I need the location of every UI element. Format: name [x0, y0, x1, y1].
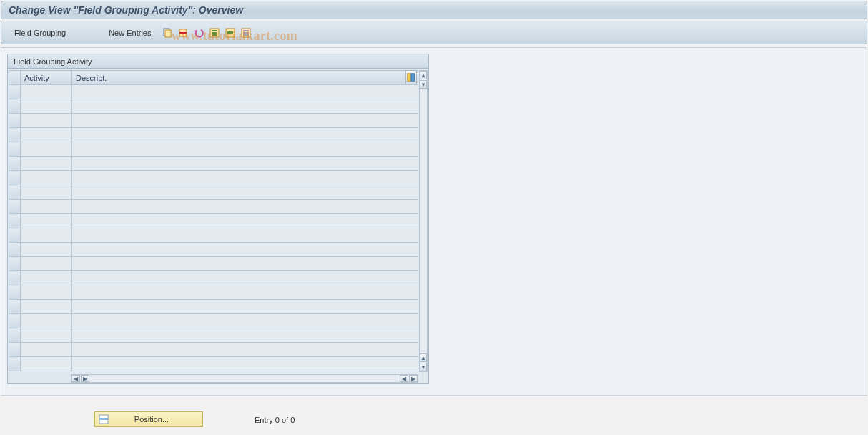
cell-activity[interactable]	[21, 200, 72, 214]
cell-description[interactable]	[72, 300, 418, 314]
row-selector[interactable]	[9, 271, 21, 285]
vertical-scrollbar[interactable]: ▲ ▼ ▲ ▼	[419, 70, 428, 372]
row-selector[interactable]	[9, 200, 21, 214]
cell-activity[interactable]	[21, 300, 72, 314]
row-selector[interactable]	[9, 142, 21, 157]
table-row[interactable]	[9, 328, 418, 343]
cell-description[interactable]	[72, 171, 418, 185]
scroll-down-icon[interactable]: ▼	[420, 363, 427, 371]
row-selector[interactable]	[9, 257, 21, 271]
table-row[interactable]	[9, 185, 418, 200]
row-selector[interactable]	[9, 214, 21, 228]
column-header-description[interactable]: Descript.	[72, 71, 418, 85]
cell-description[interactable]	[72, 285, 418, 300]
cell-description[interactable]	[72, 357, 418, 371]
cell-activity[interactable]	[21, 85, 72, 99]
cell-description[interactable]	[72, 271, 418, 285]
cell-description[interactable]	[72, 257, 418, 271]
row-selector[interactable]	[9, 128, 21, 142]
scroll-down-icon[interactable]: ▼	[420, 80, 427, 89]
select-all-button[interactable]	[207, 26, 222, 40]
cell-description[interactable]	[72, 243, 418, 257]
table-row[interactable]	[9, 128, 418, 142]
cell-activity[interactable]	[21, 271, 72, 285]
scroll-left-icon[interactable]: ◀	[71, 375, 80, 382]
cell-activity[interactable]	[21, 328, 72, 343]
cell-activity[interactable]	[21, 243, 72, 257]
cell-activity[interactable]	[21, 228, 72, 243]
table-row[interactable]	[9, 114, 418, 128]
row-selector[interactable]	[9, 243, 21, 257]
table-row[interactable]	[9, 257, 418, 271]
scroll-up-icon[interactable]: ▲	[420, 71, 427, 79]
menu-field-grouping[interactable]: Field Grouping	[10, 26, 70, 39]
row-selector[interactable]	[9, 228, 21, 243]
row-selector[interactable]	[9, 185, 21, 200]
scroll-right-icon[interactable]: ▶	[409, 375, 418, 382]
row-selector[interactable]	[9, 328, 21, 343]
data-grid[interactable]: Activity Descript.	[9, 70, 418, 371]
row-selector[interactable]	[9, 300, 21, 314]
cell-description[interactable]	[72, 343, 418, 357]
deselect-all-button[interactable]	[239, 26, 253, 40]
cell-description[interactable]	[72, 128, 418, 142]
table-row[interactable]	[9, 343, 418, 357]
table-row[interactable]	[9, 285, 418, 300]
cell-description[interactable]	[72, 185, 418, 200]
table-row[interactable]	[9, 271, 418, 285]
cell-activity[interactable]	[21, 142, 72, 157]
scroll-up-icon[interactable]: ▲	[420, 353, 427, 362]
undo-button[interactable]	[192, 26, 206, 40]
row-selector[interactable]	[9, 171, 21, 185]
cell-activity[interactable]	[21, 257, 72, 271]
cell-description[interactable]	[72, 314, 418, 328]
row-selector[interactable]	[9, 285, 21, 300]
cell-activity[interactable]	[21, 185, 72, 200]
table-row[interactable]	[9, 243, 418, 257]
scroll-right-icon[interactable]: ▶	[81, 375, 89, 382]
table-row[interactable]	[9, 300, 418, 314]
cell-description[interactable]	[72, 157, 418, 171]
table-row[interactable]	[9, 171, 418, 185]
table-row[interactable]	[9, 142, 418, 157]
new-entries-button[interactable]: New Entries	[104, 26, 155, 39]
table-row[interactable]	[9, 357, 418, 371]
cell-activity[interactable]	[21, 214, 72, 228]
cell-description[interactable]	[72, 114, 418, 128]
cell-activity[interactable]	[21, 285, 72, 300]
cell-activity[interactable]	[21, 357, 72, 371]
table-row[interactable]	[9, 157, 418, 171]
cell-activity[interactable]	[21, 314, 72, 328]
table-row[interactable]	[9, 85, 418, 99]
horizontal-scrollbar[interactable]: ◀ ▶ ◀ ▶	[71, 374, 418, 383]
column-select-all[interactable]	[9, 71, 21, 85]
cell-activity[interactable]	[21, 128, 72, 142]
table-row[interactable]	[9, 200, 418, 214]
column-header-activity[interactable]: Activity	[21, 71, 72, 85]
row-selector[interactable]	[9, 357, 21, 371]
row-selector[interactable]	[9, 157, 21, 171]
select-block-button[interactable]	[223, 26, 237, 40]
row-selector[interactable]	[9, 85, 21, 99]
table-row[interactable]	[9, 228, 418, 243]
scroll-left-icon[interactable]: ◀	[400, 375, 408, 382]
row-selector[interactable]	[9, 343, 21, 357]
row-selector[interactable]	[9, 314, 21, 328]
cell-activity[interactable]	[21, 171, 72, 185]
cell-description[interactable]	[72, 200, 418, 214]
row-selector[interactable]	[9, 114, 21, 128]
copy-button[interactable]	[160, 26, 174, 40]
cell-activity[interactable]	[21, 157, 72, 171]
cell-description[interactable]	[72, 142, 418, 157]
cell-description[interactable]	[72, 228, 418, 243]
cell-description[interactable]	[72, 99, 418, 114]
table-settings-button[interactable]	[405, 70, 417, 84]
table-row[interactable]	[9, 214, 418, 228]
cell-description[interactable]	[72, 85, 418, 99]
cell-activity[interactable]	[21, 343, 72, 357]
cell-description[interactable]	[72, 214, 418, 228]
cell-activity[interactable]	[21, 114, 72, 128]
cell-description[interactable]	[72, 328, 418, 343]
row-selector[interactable]	[9, 99, 21, 114]
cell-activity[interactable]	[21, 99, 72, 114]
